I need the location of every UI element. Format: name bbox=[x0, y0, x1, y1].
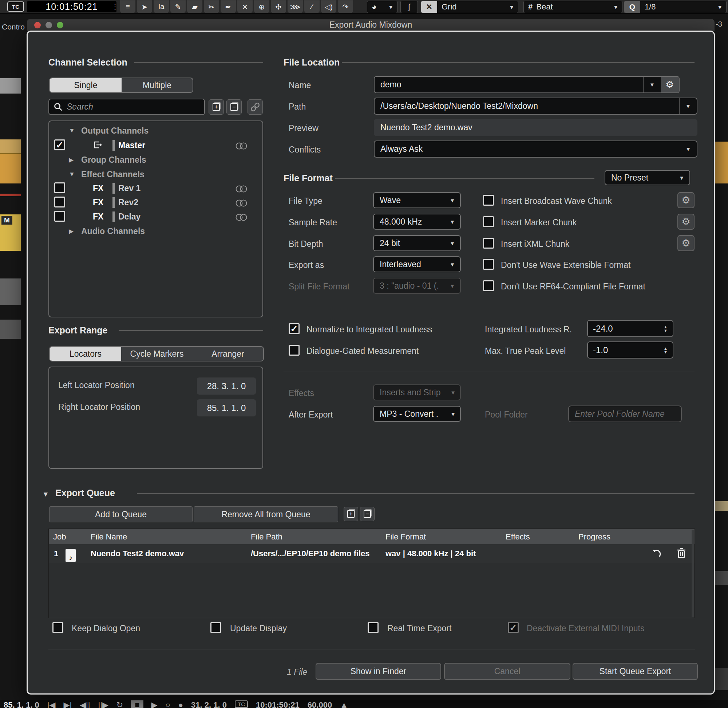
snap-type-dropdown[interactable]: ✕ Grid ▼ bbox=[421, 1, 518, 13]
channel-checkbox[interactable] bbox=[54, 182, 65, 193]
file-name-field[interactable]: ▼ ⚙ bbox=[374, 76, 680, 93]
tree-channel-delay[interactable]: FX Delay bbox=[50, 210, 261, 224]
main-time-display[interactable]: 10:01:50:21 bbox=[27, 1, 116, 12]
stop-button[interactable]: ■ bbox=[131, 700, 143, 708]
audition-tool[interactable]: ◁) bbox=[321, 0, 336, 13]
start-queue-export-button[interactable]: Start Queue Export bbox=[573, 663, 698, 680]
preset-dropdown[interactable]: No Preset ▼ bbox=[605, 170, 690, 185]
keep-dialog-open-checkbox[interactable] bbox=[52, 622, 63, 633]
pool-folder-input[interactable] bbox=[568, 406, 682, 422]
update-display-checkbox[interactable] bbox=[210, 622, 221, 633]
tab-multiple[interactable]: Multiple bbox=[122, 78, 193, 92]
goto-start-button[interactable]: |◀ bbox=[47, 700, 56, 708]
draw-tool[interactable]: ✎ bbox=[170, 0, 186, 13]
collapse-triangle-icon[interactable]: ▼ bbox=[69, 127, 75, 134]
tree-channel-rev2[interactable]: FX Rev2 bbox=[50, 196, 261, 210]
grid-type-dropdown[interactable]: # Beat ▼ bbox=[524, 1, 622, 13]
rf64-checkbox[interactable] bbox=[483, 280, 494, 291]
tree-group-output-channels[interactable]: ▼ Output Channels bbox=[50, 124, 261, 138]
tab-cycle-markers[interactable]: Cycle Markers bbox=[121, 347, 193, 361]
fade-tool[interactable]: ⋙ bbox=[287, 0, 303, 13]
channel-checkbox[interactable] bbox=[54, 211, 65, 222]
right-locator-value[interactable]: 85. 1. 1. 0 bbox=[197, 399, 256, 416]
file-type-dropdown[interactable]: Wave ▼ bbox=[373, 192, 461, 208]
name-input[interactable] bbox=[374, 80, 643, 90]
name-options-button[interactable]: ⚙ bbox=[661, 77, 679, 93]
search-input[interactable] bbox=[67, 102, 200, 112]
dialog-titlebar[interactable]: Export Audio Mixdown bbox=[26, 19, 715, 32]
secondary-position[interactable]: 31. 2. 1. 0 bbox=[191, 700, 227, 708]
snap-icon[interactable]: ✕ bbox=[421, 1, 437, 13]
tree-channel-master[interactable]: ✓ Master bbox=[50, 139, 261, 152]
color-tool-menu[interactable]: ◕ ▼ bbox=[367, 1, 397, 13]
spinner-down-icon[interactable]: ▼ bbox=[664, 350, 667, 354]
collapse-all-button[interactable]: − bbox=[226, 99, 242, 115]
left-locator-value[interactable]: 28. 3. 1. 0 bbox=[197, 377, 256, 395]
path-dropdown[interactable]: ▼ bbox=[679, 98, 697, 114]
link-channels-button[interactable] bbox=[248, 99, 263, 115]
automation-curve-button[interactable]: ʃ bbox=[400, 1, 418, 13]
marker-chunk-settings-button[interactable]: ⚙ bbox=[677, 214, 695, 230]
playhead-position[interactable]: 85. 1. 1. 0 bbox=[4, 700, 39, 708]
play-button[interactable]: ▶ bbox=[151, 700, 158, 708]
grip-icon[interactable]: ≡ bbox=[120, 0, 135, 13]
object-selection-tool[interactable]: ➤ bbox=[137, 0, 152, 13]
scrub-tool[interactable]: ✣ bbox=[271, 0, 286, 13]
tree-group-effect-channels[interactable]: ▼ Effect Channels bbox=[50, 168, 261, 181]
ixml-chunk-checkbox[interactable] bbox=[483, 238, 494, 249]
file-path-field[interactable]: /Users/ac/Desktop/Nuendo Test2/Mixdown ▼ bbox=[374, 97, 698, 115]
normalize-loudness-checkbox[interactable]: ✓ bbox=[289, 323, 300, 334]
spinner-up-icon[interactable]: ▲ bbox=[664, 347, 667, 350]
collapsed-triangle-icon[interactable]: ▶ bbox=[69, 156, 74, 164]
tree-group-group-channels[interactable]: ▶ Group Channels bbox=[50, 153, 261, 167]
range-selection-tool[interactable]: Ia bbox=[154, 0, 169, 13]
spinner-down-icon[interactable]: ▼ bbox=[664, 329, 667, 332]
bit-depth-dropdown[interactable]: 24 bit ▼ bbox=[373, 235, 461, 251]
show-in-finder-button[interactable]: Show in Finder bbox=[316, 663, 441, 680]
cancel-button[interactable]: Cancel bbox=[444, 663, 570, 680]
line-tool[interactable]: ∕ bbox=[304, 0, 320, 13]
timecode-badge[interactable]: TC bbox=[7, 1, 24, 12]
rewind-button[interactable]: ◀|| bbox=[80, 700, 90, 708]
queue-scrollbar[interactable] bbox=[692, 530, 694, 617]
timecode-badge[interactable]: TC bbox=[235, 700, 248, 708]
tab-arranger[interactable]: Arranger bbox=[193, 347, 263, 361]
name-history-dropdown[interactable]: ▼ bbox=[643, 77, 661, 93]
channel-checkbox[interactable]: ✓ bbox=[54, 139, 65, 150]
collapse-triangle-icon[interactable]: ▼ bbox=[69, 171, 75, 178]
tree-group-audio-channels[interactable]: ▶ Audio Channels bbox=[50, 225, 261, 238]
expand-all-button[interactable]: + bbox=[209, 99, 224, 115]
marker-chunk-checkbox[interactable] bbox=[483, 216, 494, 227]
real-time-export-checkbox[interactable] bbox=[368, 622, 379, 633]
record-mode-button[interactable]: ● bbox=[178, 700, 183, 708]
queue-expand-all-button[interactable]: + bbox=[344, 507, 358, 521]
erase-tool[interactable]: ▰ bbox=[187, 0, 202, 13]
restore-job-button[interactable] bbox=[651, 548, 662, 559]
queue-collapse-all-button[interactable]: − bbox=[360, 507, 374, 521]
tab-locators[interactable]: Locators bbox=[50, 347, 121, 361]
queue-collapse-icon[interactable]: ▼ bbox=[42, 490, 49, 498]
collapsed-triangle-icon[interactable]: ▶ bbox=[69, 228, 74, 235]
true-peak-spinner[interactable]: -1.0 ▲▼ bbox=[587, 341, 673, 358]
mute-tool[interactable]: ✕ bbox=[237, 0, 252, 13]
transport-time-display[interactable]: 10:01:50:21 bbox=[256, 700, 300, 708]
sample-rate-dropdown[interactable]: 48.000 kHz ▼ bbox=[373, 214, 461, 230]
queue-row[interactable]: 1 ♪ Nuendo Test2 demo.wav /Users/.../EP1… bbox=[49, 544, 695, 563]
warp-tool[interactable]: ↷ bbox=[338, 0, 353, 13]
broadcast-wave-checkbox[interactable] bbox=[483, 195, 494, 206]
integrated-loudness-spinner[interactable]: -24.0 ▲▼ bbox=[587, 320, 673, 337]
export-as-dropdown[interactable]: Interleaved ▼ bbox=[373, 256, 461, 272]
wave-extensible-checkbox[interactable] bbox=[483, 259, 494, 270]
delete-job-button[interactable] bbox=[677, 548, 686, 559]
spinner-up-icon[interactable]: ▲ bbox=[664, 325, 667, 329]
record-button[interactable]: ○ bbox=[165, 700, 170, 708]
after-export-dropdown[interactable]: MP3 - Convert . ▼ bbox=[373, 406, 461, 422]
add-to-queue-button[interactable]: Add to Queue bbox=[49, 506, 193, 522]
quantize-dropdown[interactable]: Q 1/8 ▼ bbox=[624, 1, 727, 13]
conflicts-dropdown[interactable]: Always Ask ▼ bbox=[374, 141, 698, 158]
remove-all-from-queue-button[interactable]: Remove All from Queue bbox=[194, 506, 338, 522]
cycle-button[interactable]: ↻ bbox=[116, 700, 123, 708]
broadcast-wave-settings-button[interactable]: ⚙ bbox=[677, 192, 695, 208]
zoom-tool[interactable]: ⊕ bbox=[254, 0, 269, 13]
tree-channel-rev1[interactable]: FX Rev 1 bbox=[50, 181, 261, 196]
